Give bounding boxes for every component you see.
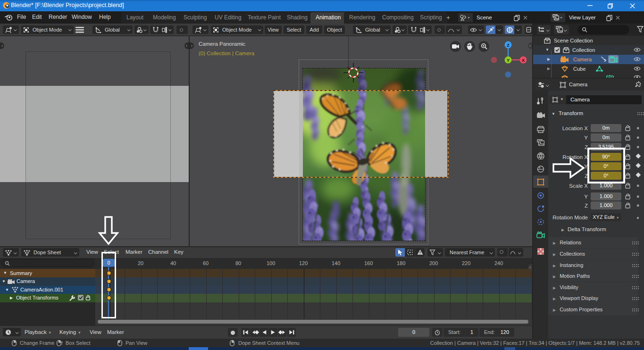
- svg-text:X: X: [522, 58, 525, 63]
- svg-text:Z: Z: [507, 43, 510, 48]
- svg-text:Y: Y: [507, 58, 510, 63]
